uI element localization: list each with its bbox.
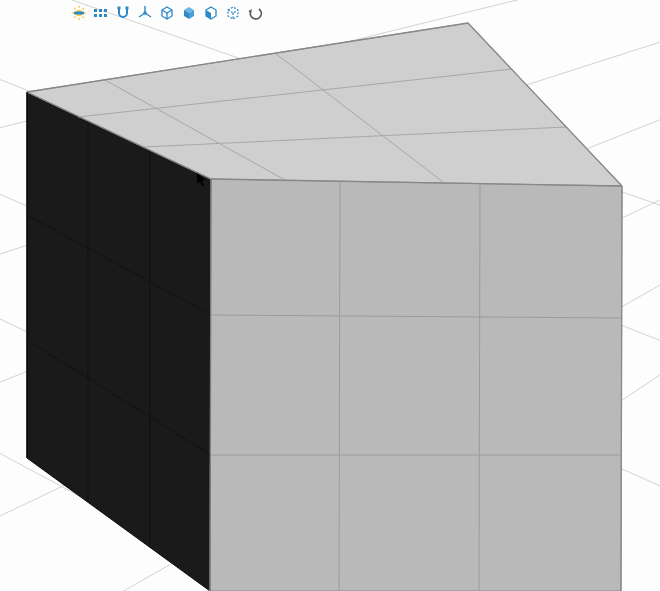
render-region-button[interactable] <box>70 4 88 22</box>
cube-object[interactable] <box>27 23 622 591</box>
axis-icon <box>137 5 153 21</box>
svg-rect-40 <box>94 14 97 17</box>
svg-rect-42 <box>104 14 107 17</box>
bounding-box-button[interactable] <box>224 4 242 22</box>
svg-rect-44 <box>126 7 129 10</box>
cube-wire-icon <box>159 5 175 21</box>
cube-shaded-icon <box>181 5 197 21</box>
grip-horizontal-icon <box>93 5 109 21</box>
wireframe-button[interactable] <box>158 4 176 22</box>
svg-rect-41 <box>99 14 102 17</box>
undo-icon <box>247 5 263 21</box>
svg-rect-37 <box>94 9 97 12</box>
snap-icon <box>115 5 131 21</box>
scene-canvas[interactable] <box>0 0 660 591</box>
viewport-toolbar <box>70 4 264 22</box>
svg-rect-36 <box>74 12 84 15</box>
svg-line-33 <box>83 17 85 19</box>
lock-camera-button[interactable] <box>92 4 110 22</box>
snap-button[interactable] <box>114 4 132 22</box>
svg-rect-39 <box>104 9 107 12</box>
cube-front-face <box>210 179 622 591</box>
cube-bbox-icon <box>225 5 241 21</box>
svg-point-48 <box>143 11 147 15</box>
svg-line-32 <box>74 8 76 10</box>
pivot-button[interactable] <box>136 4 154 22</box>
sun-icon <box>71 5 87 21</box>
flat-shaded-button[interactable] <box>202 4 220 22</box>
reset-view-button[interactable] <box>246 4 264 22</box>
svg-rect-38 <box>99 9 102 12</box>
shaded-button[interactable] <box>180 4 198 22</box>
svg-line-34 <box>74 17 76 19</box>
svg-line-35 <box>83 8 85 10</box>
viewport-3d[interactable] <box>0 0 660 591</box>
svg-rect-43 <box>118 7 121 10</box>
cube-flat-icon <box>203 5 219 21</box>
